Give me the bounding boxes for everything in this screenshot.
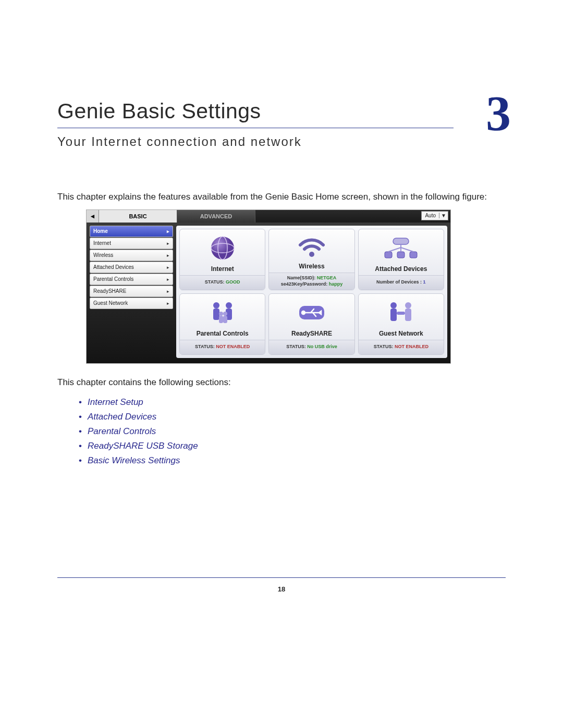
tile-guest-network[interactable]: Guest Network STATUS: NOT ENABLED: [358, 293, 444, 355]
tile-readyshare[interactable]: ReadySHARE STATUS: No USB drive: [268, 293, 354, 355]
svg-rect-5: [385, 252, 392, 258]
svg-point-22: [390, 302, 397, 309]
svg-rect-23: [390, 309, 397, 321]
footer-rule: [57, 577, 506, 578]
tile-status: Number of Devices : 1: [359, 275, 444, 290]
tile-title: Wireless: [299, 261, 324, 273]
toc-link-internet-setup[interactable]: Internet Setup: [73, 395, 506, 410]
sidebar-item-label: Parental Controls: [93, 276, 133, 282]
sidebar-item-parental-controls[interactable]: Parental Controls▸: [90, 274, 173, 285]
sidebar: Home▸ Internet▸ Wireless▸ Attached Devic…: [90, 226, 173, 358]
chevron-right-icon: ▸: [167, 301, 169, 306]
tile-title: Internet: [211, 264, 234, 275]
chevron-right-icon: ▸: [167, 253, 169, 258]
tile-title: Guest Network: [379, 328, 423, 340]
tab-basic[interactable]: BASIC: [99, 210, 177, 223]
tile-title: Attached Devices: [375, 264, 427, 275]
svg-rect-16: [219, 316, 223, 323]
toc-link-readyshare-usb[interactable]: ReadySHARE USB Storage: [73, 439, 506, 453]
toc-link-basic-wireless[interactable]: Basic Wireless Settings: [73, 453, 506, 468]
title-rule: [57, 128, 454, 128]
sidebar-item-label: Attached Devices: [93, 264, 134, 270]
language-value: Auto: [422, 213, 439, 218]
svg-point-17: [223, 312, 227, 316]
tile-attached-devices[interactable]: Attached Devices Number of Devices : 1: [358, 229, 444, 290]
tile-parental-controls[interactable]: Parental Controls STATUS: NOT ENABLED: [179, 293, 265, 355]
sidebar-item-internet[interactable]: Internet▸: [90, 238, 173, 249]
tile-status: STATUS: No USB drive: [269, 340, 354, 354]
sections-intro: This chapter contains the following sect…: [57, 376, 506, 389]
chapter-title: Genie Basic Settings: [57, 99, 506, 124]
sidebar-item-readyshare[interactable]: ReadySHARE▸: [90, 286, 173, 297]
intro-paragraph: This chapter explains the features avail…: [57, 191, 506, 203]
svg-point-15: [219, 312, 223, 316]
page-number: 18: [57, 585, 506, 593]
svg-rect-18: [223, 316, 227, 323]
chevron-right-icon: ▸: [167, 229, 169, 234]
svg-point-13: [226, 302, 232, 309]
handshake-icon: [385, 294, 417, 328]
sidebar-item-label: Wireless: [93, 252, 113, 258]
sidebar-item-attached-devices[interactable]: Attached Devices▸: [90, 262, 173, 273]
svg-rect-7: [410, 252, 417, 258]
svg-rect-26: [397, 312, 405, 315]
usb-icon: [296, 294, 327, 328]
chevron-right-icon: ▸: [167, 265, 169, 270]
language-select[interactable]: Auto ▼: [421, 211, 448, 220]
tab-advanced[interactable]: ADVANCED: [177, 210, 255, 223]
tile-internet[interactable]: Internet STATUS: GOOD: [179, 229, 265, 290]
tile-title: ReadySHARE: [291, 328, 332, 340]
chevron-right-icon: ▸: [167, 241, 169, 246]
sidebar-item-guest-network[interactable]: Guest Network▸: [90, 298, 173, 309]
tile-wireless[interactable]: Wireless Name(SSID): NETGEA se423Key/Pas…: [268, 229, 354, 290]
toc-link-attached-devices[interactable]: Attached Devices: [73, 410, 506, 424]
sidebar-item-wireless[interactable]: Wireless▸: [90, 250, 173, 261]
tile-status: STATUS: NOT ENABLED: [359, 340, 444, 354]
sidebar-item-label: ReadySHARE: [93, 288, 126, 294]
devices-icon: [383, 229, 419, 264]
tile-title: Parental Controls: [197, 328, 249, 340]
svg-point-21: [302, 311, 305, 314]
chapter-subtitle: Your Internet connection and network: [57, 134, 506, 149]
toc-link-parental-controls[interactable]: Parental Controls: [73, 424, 506, 439]
sidebar-item-home[interactable]: Home▸: [90, 226, 173, 237]
svg-point-24: [405, 302, 411, 309]
genie-home-figure: ◄ BASIC ADVANCED Auto ▼ Home▸ Internet▸ …: [86, 209, 451, 364]
chevron-right-icon: ▸: [167, 289, 169, 294]
sidebar-item-label: Home: [93, 228, 108, 234]
svg-line-9: [388, 248, 401, 252]
wifi-icon: [297, 229, 326, 262]
svg-point-0: [211, 237, 234, 260]
svg-rect-12: [213, 309, 219, 320]
tile-status: STATUS: GOOD: [180, 275, 265, 290]
tile-status: STATUS: NOT ENABLED: [180, 340, 265, 354]
chevron-right-icon: ▸: [167, 277, 169, 282]
svg-point-11: [213, 302, 219, 309]
svg-line-10: [401, 248, 413, 252]
tile-grid: Internet STATUS: GOOD: [176, 226, 447, 358]
back-arrow-icon[interactable]: ◄: [87, 210, 99, 223]
chevron-down-icon: ▼: [439, 213, 448, 218]
sidebar-item-label: Guest Network: [93, 300, 128, 306]
chapter-toc: Internet Setup Attached Devices Parental…: [73, 395, 506, 468]
sidebar-item-label: Internet: [93, 240, 111, 246]
svg-rect-6: [397, 252, 405, 258]
globe-icon: [209, 229, 236, 264]
svg-rect-25: [405, 309, 411, 321]
tile-status: Name(SSID): NETGEA se423Key/Password: ha…: [269, 273, 354, 289]
svg-point-3: [309, 252, 314, 257]
family-icon: [208, 294, 237, 328]
svg-rect-4: [393, 238, 409, 244]
chapter-number: 3: [486, 89, 511, 139]
